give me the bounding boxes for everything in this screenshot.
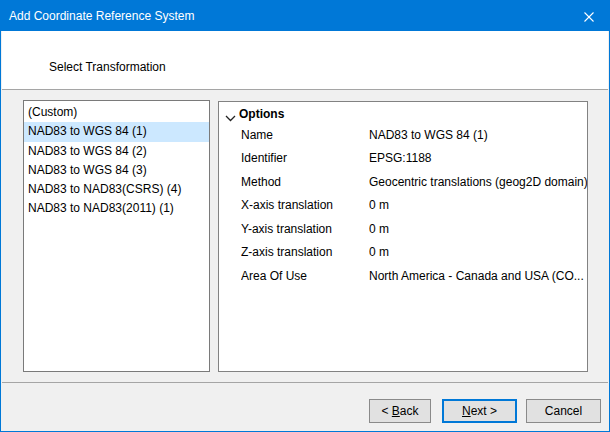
option-label: Identifier bbox=[241, 151, 369, 165]
list-item[interactable]: NAD83 to NAD83(CSRS) (4) bbox=[24, 180, 209, 199]
option-label: X-axis translation bbox=[241, 198, 369, 212]
list-item[interactable]: NAD83 to WGS 84 (3) bbox=[24, 161, 209, 180]
list-item[interactable]: (Custom) bbox=[24, 103, 209, 122]
option-row: Y-axis translation0 m bbox=[219, 217, 587, 241]
option-row: IdentifierEPSG:1188 bbox=[219, 147, 587, 171]
option-value: Geocentric translations (geog2D domain) bbox=[369, 175, 587, 189]
option-row: NameNAD83 to WGS 84 (1) bbox=[219, 123, 587, 147]
dialog-window: Add Coordinate Reference System Select T… bbox=[0, 0, 610, 432]
back-button[interactable]: < Back bbox=[369, 399, 431, 423]
cancel-label: Cancel bbox=[545, 404, 582, 418]
back-label-prefix: < bbox=[381, 404, 391, 418]
next-label-mnemonic: N bbox=[462, 404, 471, 418]
option-label: Name bbox=[241, 128, 369, 142]
wizard-step-title: Select Transformation bbox=[49, 60, 166, 74]
options-title: Options bbox=[239, 107, 284, 121]
wizard-header: Select Transformation bbox=[2, 31, 608, 90]
option-row: MethodGeocentric translations (geog2D do… bbox=[219, 170, 587, 194]
list-item-selected[interactable]: NAD83 to WGS 84 (1) bbox=[24, 122, 209, 141]
option-value: North America - Canada and USA (CO... bbox=[369, 269, 587, 283]
option-row: Area Of UseNorth America - Canada and US… bbox=[219, 264, 587, 288]
option-label: Y-axis translation bbox=[241, 222, 369, 236]
back-label-mnemonic: B bbox=[392, 404, 400, 418]
close-button[interactable] bbox=[569, 0, 609, 31]
back-label-suffix: ack bbox=[400, 404, 419, 418]
option-row: Z-axis translation0 m bbox=[219, 241, 587, 265]
option-value: NAD83 to WGS 84 (1) bbox=[369, 128, 587, 142]
option-value: 0 m bbox=[369, 198, 587, 212]
options-panel: Options NameNAD83 to WGS 84 (1) Identifi… bbox=[218, 101, 588, 372]
transformation-list[interactable]: (Custom) NAD83 to WGS 84 (1) NAD83 to WG… bbox=[23, 100, 210, 372]
next-button[interactable]: Next > bbox=[442, 399, 517, 423]
list-item[interactable]: NAD83 to NAD83(2011) (1) bbox=[24, 199, 209, 218]
button-bar: < Back Next > Cancel bbox=[2, 384, 608, 431]
options-rows: NameNAD83 to WGS 84 (1) IdentifierEPSG:1… bbox=[219, 123, 587, 288]
option-value: 0 m bbox=[369, 245, 587, 259]
option-label: Method bbox=[241, 175, 369, 189]
wizard-page: (Custom) NAD83 to WGS 84 (1) NAD83 to WG… bbox=[2, 91, 608, 383]
list-item[interactable]: NAD83 to WGS 84 (2) bbox=[24, 142, 209, 161]
option-label: Z-axis translation bbox=[241, 245, 369, 259]
option-label: Area Of Use bbox=[241, 269, 369, 283]
title-bar[interactable]: Add Coordinate Reference System bbox=[1, 0, 609, 31]
options-header: Options bbox=[219, 106, 587, 124]
cancel-button[interactable]: Cancel bbox=[526, 399, 601, 423]
option-row: X-axis translation0 m bbox=[219, 194, 587, 218]
next-label-suffix: ext > bbox=[471, 404, 497, 418]
option-value: 0 m bbox=[369, 222, 587, 236]
close-icon bbox=[584, 11, 594, 21]
window-title: Add Coordinate Reference System bbox=[1, 9, 569, 23]
option-value: EPSG:1188 bbox=[369, 151, 587, 165]
